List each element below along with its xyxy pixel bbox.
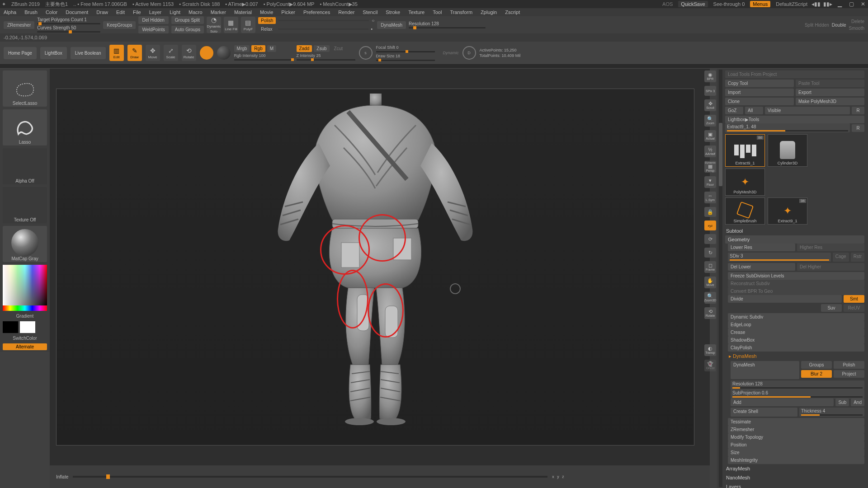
export-button[interactable]: Export: [796, 89, 864, 96]
arraymesh-header[interactable]: ArrayMesh: [725, 464, 864, 473]
extract-r-button[interactable]: R: [852, 124, 864, 132]
color-black-swatch[interactable]: [3, 321, 18, 333]
paste-tool-button[interactable]: Paste Tool: [796, 80, 864, 87]
gradient-label[interactable]: Gradient: [3, 314, 47, 319]
tool-thumb-polymesh[interactable]: ✦PolyMesh3D: [725, 169, 765, 196]
crease-button[interactable]: Crease: [728, 328, 864, 336]
geometry-header[interactable]: Geometry: [725, 235, 864, 244]
rotate-mode-button[interactable]: ⟲Rotate: [182, 45, 196, 61]
material-ball-icon[interactable]: [217, 46, 231, 60]
reconstruct-subdiv-button[interactable]: Reconstruct Subdiv: [728, 280, 864, 287]
subtool-header[interactable]: Subtool: [725, 226, 864, 235]
close-icon[interactable]: ✕: [860, 1, 866, 7]
relax-slider[interactable]: [278, 28, 368, 30]
dynamesh-add-button[interactable]: Add: [731, 399, 834, 406]
menu-picker[interactable]: Picker: [281, 9, 295, 15]
polyf-icon[interactable]: ▤PolyF: [241, 17, 255, 33]
minimize-icon[interactable]: ▁: [836, 1, 843, 7]
draw-mode-button[interactable]: ✎Draw: [127, 45, 142, 61]
alternate-button[interactable]: Alternate: [3, 343, 47, 350]
goz-all-button[interactable]: All: [745, 107, 763, 114]
default-zscript[interactable]: DefaultZScript: [776, 1, 807, 7]
target-poly-slider[interactable]: [37, 23, 100, 24]
switchcolor-label[interactable]: SwitchColor: [3, 336, 47, 341]
floor-button[interactable]: ▾Floor: [704, 176, 716, 188]
menu-render[interactable]: Render: [338, 9, 354, 15]
thickness-slider[interactable]: Thickness 4: [799, 408, 864, 417]
reuv-button[interactable]: ReUV: [844, 304, 864, 312]
focal-gizmo-icon[interactable]: s: [359, 46, 373, 60]
spix-button[interactable]: SPix 3: [704, 86, 716, 96]
axis2-icon[interactable]: ↻: [704, 248, 716, 258]
menu-texture[interactable]: Texture: [408, 9, 425, 15]
menu-light[interactable]: Light: [170, 9, 180, 15]
clone-button[interactable]: Clone: [725, 98, 794, 105]
delete-button[interactable]: Delete: [851, 19, 864, 24]
tool-thumb-extract[interactable]: 86Extract9_1: [725, 134, 765, 167]
matcap-tile[interactable]: MatCap Gray: [3, 226, 47, 262]
tool-thumb-extract-2[interactable]: 36✦Extract9_1: [768, 197, 807, 225]
menu-zplugin[interactable]: Zplugin: [481, 9, 497, 15]
tessimate-button[interactable]: Tessimate: [728, 418, 864, 426]
import-button[interactable]: Import: [725, 89, 794, 96]
transp-button[interactable]: ◐Transp: [704, 344, 716, 356]
texture-tile[interactable]: Texture Off: [3, 187, 47, 223]
home-page-button[interactable]: Home Page: [4, 47, 37, 59]
rotate-button[interactable]: ⟲Rotate: [704, 307, 716, 319]
higher-res-button[interactable]: Higher Res: [797, 244, 864, 251]
groupssplit-button[interactable]: Groups Split: [171, 16, 204, 24]
polish-slider[interactable]: [278, 20, 369, 21]
rstr-button[interactable]: Rstr: [851, 253, 864, 262]
see-through[interactable]: See-through 0: [713, 1, 745, 7]
menu-alpha[interactable]: Alpha: [4, 9, 16, 15]
zoom-button[interactable]: 🔍Zoom: [704, 115, 716, 127]
scroll-button[interactable]: ✥Scroll: [704, 99, 716, 111]
quicksave-button[interactable]: QuickSave: [678, 1, 708, 7]
dynamesh-button[interactable]: DynaMesh: [377, 21, 406, 29]
m-button[interactable]: M: [267, 45, 276, 52]
dynamesh-header[interactable]: ▸ DynaMesh: [728, 352, 864, 361]
weldpoints-button[interactable]: WeldPoints: [138, 26, 168, 33]
color-white-swatch[interactable]: [20, 321, 35, 333]
layout-next-icon[interactable]: ▮▮▸: [825, 1, 831, 7]
zoom3d-button[interactable]: 🔍Zoom3D: [704, 292, 716, 304]
menu-material[interactable]: Material: [234, 9, 252, 15]
layers-header[interactable]: Layers: [725, 482, 864, 488]
xyz-button[interactable]: xyz: [704, 221, 716, 230]
menu-draw[interactable]: Draw: [96, 9, 108, 15]
make-polymesh-button[interactable]: Make PolyMesh3D: [796, 98, 864, 105]
freeze-subdiv-button[interactable]: Freeze SubDivision Levels: [728, 272, 864, 280]
bpr-button[interactable]: ◉BPR: [704, 70, 716, 82]
menu-layer[interactable]: Layer: [149, 9, 162, 15]
goz-visible-button[interactable]: Visible: [765, 107, 850, 114]
persp-button[interactable]: Dynamic▦Persp: [704, 161, 716, 173]
smooth-button[interactable]: Smooth: [849, 26, 864, 31]
menu-file[interactable]: File: [133, 9, 141, 15]
zremesher-panel-button[interactable]: ZRemesher: [728, 426, 864, 433]
convert-bpr-button[interactable]: Convert BPR To Geo: [728, 287, 864, 295]
tool-thumb-simplebrush[interactable]: SimpleBrush: [725, 197, 765, 225]
zadd-button[interactable]: Zadd: [297, 45, 312, 52]
menu-zscript[interactable]: Zscript: [505, 9, 520, 15]
menus-button[interactable]: Menus: [750, 1, 770, 7]
claypolish-button[interactable]: ClayPolish: [728, 344, 864, 352]
menu-macro[interactable]: Macro: [189, 9, 203, 15]
viewport-canvas[interactable]: [56, 89, 694, 446]
menu-marker[interactable]: Marker: [211, 9, 226, 15]
dynamesh-groups-button[interactable]: Groups: [801, 361, 832, 369]
lock-icon[interactable]: 🔒: [704, 207, 716, 217]
menu-preferences[interactable]: Preferences: [303, 9, 330, 15]
dynamesh-sub-button[interactable]: Sub: [835, 399, 849, 406]
gizmo-circle-1[interactable]: [200, 46, 213, 60]
menu-color[interactable]: Color: [46, 9, 57, 15]
menu-document[interactable]: Document: [66, 9, 88, 15]
maximize-icon[interactable]: ▢: [848, 1, 854, 7]
layout-prev-icon[interactable]: ◂▮▮: [813, 1, 819, 7]
ghost-button[interactable]: 👻Ghost: [704, 360, 716, 371]
shadowbox-button[interactable]: ShadowBox: [728, 336, 864, 344]
zcut-button[interactable]: Zcut: [331, 45, 345, 52]
sdiv-slider[interactable]: SDiv 3: [728, 253, 831, 262]
keepgroups-button[interactable]: KeepGroups: [103, 21, 136, 29]
live-boolean-button[interactable]: Live Boolean: [71, 47, 106, 59]
menu-brush[interactable]: Brush: [24, 9, 38, 15]
